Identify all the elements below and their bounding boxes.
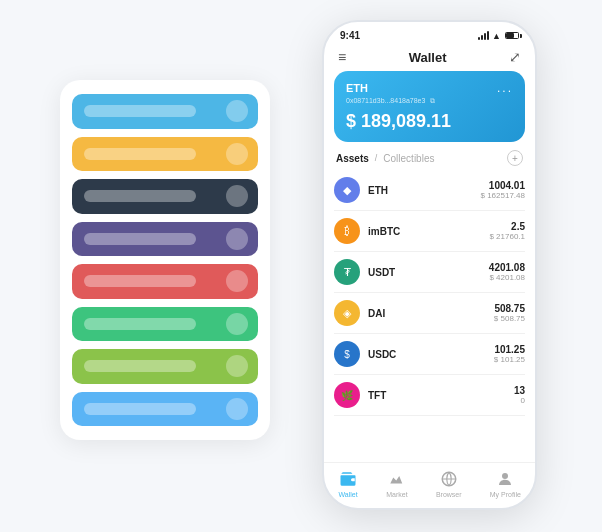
bar-icon-8 bbox=[226, 398, 248, 420]
token-values-usdc: 101.25 $ 101.25 bbox=[494, 344, 525, 364]
eth-amount: 1004.01 bbox=[481, 180, 526, 191]
color-bar-5 bbox=[72, 264, 258, 299]
nav-bar: ≡ Wallet ⤢ bbox=[324, 45, 535, 67]
bar-icon-6 bbox=[226, 313, 248, 335]
color-bar-2 bbox=[72, 137, 258, 172]
token-name-imbtc: imBTC bbox=[368, 226, 489, 237]
token-values-imbtc: 2.5 $ 21760.1 bbox=[489, 221, 525, 241]
add-asset-button[interactable]: + bbox=[507, 150, 523, 166]
token-name-usdt: USDT bbox=[368, 267, 489, 278]
usdt-amount: 4201.08 bbox=[489, 262, 525, 273]
eth-card-label: ETH bbox=[346, 82, 368, 94]
token-item-dai[interactable]: ◈ DAI 508.75 $ 508.75 bbox=[334, 293, 525, 334]
browser-tab-icon bbox=[439, 469, 459, 489]
status-bar: 9:41 ▲ bbox=[324, 22, 535, 45]
status-time: 9:41 bbox=[340, 30, 360, 41]
dai-amount: 508.75 bbox=[494, 303, 525, 314]
tab-wallet[interactable]: Wallet bbox=[338, 469, 358, 498]
bar-text-5 bbox=[84, 275, 196, 287]
copy-icon[interactable]: ⧉ bbox=[430, 97, 435, 104]
page-title: Wallet bbox=[409, 50, 447, 65]
signal-icon bbox=[478, 31, 489, 40]
imbtc-usd: $ 21760.1 bbox=[489, 232, 525, 241]
tab-profile[interactable]: My Profile bbox=[490, 469, 521, 498]
tab-collectibles[interactable]: Collectibles bbox=[383, 153, 434, 164]
eth-address: 0x08711d3b...8418a78e3 ⧉ bbox=[346, 97, 513, 105]
bg-card-panel bbox=[60, 80, 270, 440]
eth-balance: $ 189,089.11 bbox=[346, 111, 513, 132]
usdc-amount: 101.25 bbox=[494, 344, 525, 355]
profile-tab-icon bbox=[495, 469, 515, 489]
token-icon-imbtc: ₿ bbox=[334, 218, 360, 244]
bar-text-6 bbox=[84, 318, 196, 330]
color-bar-8 bbox=[72, 392, 258, 427]
dai-usd: $ 508.75 bbox=[494, 314, 525, 323]
color-bar-4 bbox=[72, 222, 258, 257]
eth-usd: $ 162517.48 bbox=[481, 191, 526, 200]
tab-browser[interactable]: Browser bbox=[436, 469, 462, 498]
bar-icon-4 bbox=[226, 228, 248, 250]
token-name-eth: ETH bbox=[368, 185, 481, 196]
bar-text-1 bbox=[84, 105, 196, 117]
eth-card-header: ETH ... bbox=[346, 81, 513, 95]
token-item-eth[interactable]: ◆ ETH 1004.01 $ 162517.48 bbox=[334, 170, 525, 211]
token-icon-tft: 🌿 bbox=[334, 382, 360, 408]
usdt-symbol: ₮ bbox=[344, 266, 351, 279]
token-item-usdc[interactable]: $ USDC 101.25 $ 101.25 bbox=[334, 334, 525, 375]
tft-symbol: 🌿 bbox=[341, 390, 353, 401]
usdc-symbol: $ bbox=[344, 349, 350, 360]
market-tab-label: Market bbox=[386, 491, 407, 498]
assets-header: Assets / Collectibles + bbox=[324, 150, 535, 170]
token-item-tft[interactable]: 🌿 TFT 13 0 bbox=[334, 375, 525, 416]
imbtc-amount: 2.5 bbox=[489, 221, 525, 232]
token-item-usdt[interactable]: ₮ USDT 4201.08 $ 4201.08 bbox=[334, 252, 525, 293]
bar-text-4 bbox=[84, 233, 196, 245]
wallet-tab-icon bbox=[338, 469, 358, 489]
bar-text-2 bbox=[84, 148, 196, 160]
token-icon-eth: ◆ bbox=[334, 177, 360, 203]
bar-icon-2 bbox=[226, 143, 248, 165]
imbtc-symbol: ₿ bbox=[344, 225, 350, 237]
bar-icon-3 bbox=[226, 185, 248, 207]
battery-icon bbox=[505, 32, 519, 39]
eth-more-icon[interactable]: ... bbox=[497, 81, 513, 95]
token-values-tft: 13 0 bbox=[514, 385, 525, 405]
bar-icon-7 bbox=[226, 355, 248, 377]
bar-text-8 bbox=[84, 403, 196, 415]
token-icon-usdt: ₮ bbox=[334, 259, 360, 285]
bar-text-3 bbox=[84, 190, 196, 202]
token-item-imbtc[interactable]: ₿ imBTC 2.5 $ 21760.1 bbox=[334, 211, 525, 252]
token-values-eth: 1004.01 $ 162517.48 bbox=[481, 180, 526, 200]
eth-symbol: ◆ bbox=[343, 184, 351, 197]
color-bar-6 bbox=[72, 307, 258, 342]
assets-tabs: Assets / Collectibles bbox=[336, 153, 434, 164]
tab-divider: / bbox=[375, 153, 378, 163]
token-name-tft: TFT bbox=[368, 390, 514, 401]
tab-assets[interactable]: Assets bbox=[336, 153, 369, 164]
token-values-dai: 508.75 $ 508.75 bbox=[494, 303, 525, 323]
svg-point-1 bbox=[502, 473, 508, 479]
bar-text-7 bbox=[84, 360, 196, 372]
status-icons: ▲ bbox=[478, 31, 519, 41]
wifi-icon: ▲ bbox=[492, 31, 501, 41]
token-icon-dai: ◈ bbox=[334, 300, 360, 326]
color-bar-1 bbox=[72, 94, 258, 129]
bar-icon-1 bbox=[226, 100, 248, 122]
tft-usd: 0 bbox=[514, 396, 525, 405]
bar-icon-5 bbox=[226, 270, 248, 292]
bottom-bar: Wallet Market Browser My Profile bbox=[324, 462, 535, 508]
browser-tab-label: Browser bbox=[436, 491, 462, 498]
menu-icon[interactable]: ≡ bbox=[338, 49, 346, 65]
usdc-usd: $ 101.25 bbox=[494, 355, 525, 364]
tft-amount: 13 bbox=[514, 385, 525, 396]
color-bar-7 bbox=[72, 349, 258, 384]
eth-card[interactable]: ETH ... 0x08711d3b...8418a78e3 ⧉ $ 189,0… bbox=[334, 71, 525, 142]
token-values-usdt: 4201.08 $ 4201.08 bbox=[489, 262, 525, 282]
profile-tab-label: My Profile bbox=[490, 491, 521, 498]
token-list: ◆ ETH 1004.01 $ 162517.48 ₿ imBTC 2.5 $ … bbox=[324, 170, 535, 462]
market-tab-icon bbox=[387, 469, 407, 489]
expand-icon[interactable]: ⤢ bbox=[509, 49, 521, 65]
tab-market[interactable]: Market bbox=[386, 469, 407, 498]
token-name-usdc: USDC bbox=[368, 349, 494, 360]
phone-mockup: 9:41 ▲ ≡ Wallet ⤢ ETH ... 0x08711d3b...8… bbox=[322, 20, 537, 510]
